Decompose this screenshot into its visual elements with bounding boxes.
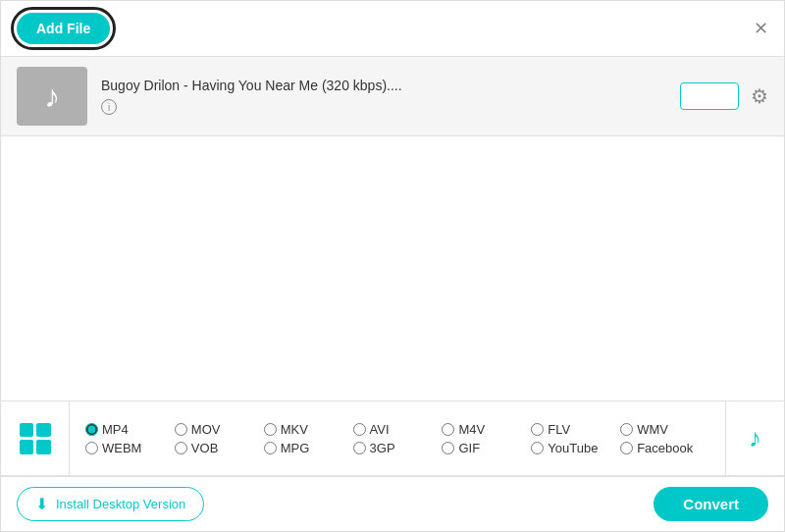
music-note-icon: ♪ (44, 79, 60, 115)
music-icon-box: ♪ (725, 401, 784, 475)
file-thumbnail: ♪ (17, 67, 87, 126)
top-bar: Add File ✕ (1, 1, 784, 57)
info-icon[interactable]: i (101, 99, 117, 115)
add-file-button[interactable]: Add File (17, 13, 110, 44)
download-icon: ⬇ (35, 495, 48, 513)
format-option-m4v[interactable]: M4V (442, 422, 531, 437)
format-option-youtube[interactable]: YouTube (531, 441, 620, 455)
format-option-avi[interactable]: AVI (353, 422, 443, 437)
format-option-webm[interactable]: WEBM (85, 441, 175, 455)
format-bar: MP4 MOV MKV AVI M4V FLV WMV WEBM (1, 400, 784, 476)
format-options: MP4 MOV MKV AVI M4V FLV WMV WEBM (70, 414, 725, 463)
file-actions: ⚙ (680, 82, 768, 110)
format-option-wmv[interactable]: WMV (620, 422, 709, 437)
music-tab-icon[interactable]: ♪ (749, 423, 761, 453)
action-bar: ⬇ Install Desktop Version Convert (1, 476, 784, 531)
settings-icon[interactable]: ⚙ (751, 84, 768, 108)
format-option-facebook[interactable]: Facebook (620, 441, 709, 455)
file-item: ♪ Bugoy Drilon - Having You Near Me (320… (1, 57, 784, 136)
preview-button[interactable] (680, 82, 739, 110)
convert-button[interactable]: Convert (654, 487, 768, 521)
format-option-mp4[interactable]: MP4 (85, 422, 175, 437)
format-option-mkv[interactable]: MKV (264, 422, 353, 437)
format-option-gif[interactable]: GIF (442, 441, 531, 455)
format-option-mov[interactable]: MOV (175, 422, 264, 437)
install-label: Install Desktop Version (56, 497, 185, 511)
main-content (1, 136, 784, 417)
file-info: Bugoy Drilon - Having You Near Me (320 k… (101, 78, 680, 116)
install-desktop-button[interactable]: ⬇ Install Desktop Version (17, 487, 204, 521)
format-option-mpg[interactable]: MPG (264, 441, 353, 455)
close-button[interactable]: ✕ (754, 18, 768, 39)
file-name: Bugoy Drilon - Having You Near Me (320 k… (101, 78, 680, 93)
format-option-flv[interactable]: FLV (531, 422, 620, 437)
format-icon-box (1, 401, 70, 475)
format-option-3gp[interactable]: 3GP (353, 441, 443, 455)
grid-icon (20, 423, 51, 454)
format-option-vob[interactable]: VOB (175, 441, 264, 455)
